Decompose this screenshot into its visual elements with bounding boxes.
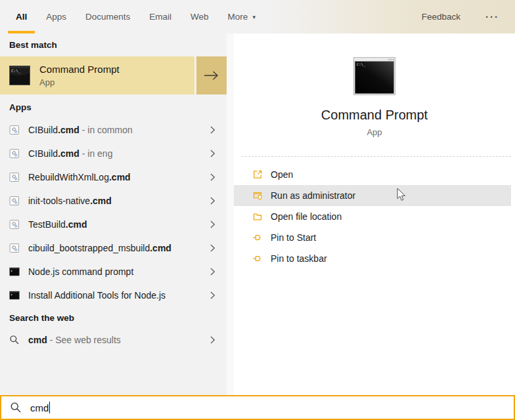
tab-all[interactable]: All xyxy=(8,0,35,33)
text-caret xyxy=(49,402,50,413)
list-item[interactable]: Node.js command prompt xyxy=(0,260,227,284)
admin-shield-icon xyxy=(252,190,263,201)
start-search-flyout: All Apps Documents Email Web More ▾ Feed… xyxy=(0,0,515,420)
folder-icon xyxy=(252,211,263,222)
divider xyxy=(242,156,511,157)
result-label: Install Additional Tools for Node.js xyxy=(28,290,166,301)
list-item[interactable]: init-tools-native.cmd xyxy=(0,189,227,213)
list-item[interactable]: TestBuild.cmd xyxy=(0,213,227,236)
chevron-right-icon[interactable] xyxy=(210,126,215,134)
chevron-right-icon[interactable] xyxy=(210,220,215,228)
best-match-subtitle: App xyxy=(39,77,120,87)
list-item[interactable]: CIBuild.cmd - in eng xyxy=(0,142,227,165)
chevron-right-icon[interactable] xyxy=(210,268,215,276)
preview-subtitle: App xyxy=(234,127,515,137)
cmd-file-icon xyxy=(9,243,20,253)
best-match-result[interactable]: C:\_ Command Prompt App xyxy=(0,56,194,94)
pin-icon xyxy=(252,253,263,264)
list-item[interactable]: cibuild_bootstrapped_msbuild.cmd xyxy=(0,236,227,260)
arrow-right-icon xyxy=(203,70,220,81)
command-prompt-icon-large: C:\_ xyxy=(353,57,395,95)
terminal-icon xyxy=(9,290,20,301)
preview-title: Command Prompt xyxy=(234,108,515,123)
chevron-right-icon[interactable] xyxy=(210,150,215,158)
web-search-result[interactable]: cmd - See web results xyxy=(0,328,227,352)
search-input[interactable]: cmd xyxy=(0,395,515,420)
filter-tabs: All Apps Documents Email Web More ▾ xyxy=(8,0,263,33)
result-label: Node.js command prompt xyxy=(28,266,133,277)
feedback-button[interactable]: Feedback xyxy=(422,12,460,22)
chevron-right-icon[interactable] xyxy=(210,336,215,344)
context-actions: Open Run as administrator Open file loca… xyxy=(234,164,515,269)
result-label: TestBuild.cmd xyxy=(28,219,87,230)
action-open[interactable]: Open xyxy=(234,164,515,185)
action-pin-to-start[interactable]: Pin to Start xyxy=(234,227,515,248)
scrollbar-gutter xyxy=(227,33,234,395)
command-prompt-icon: C:\_ xyxy=(9,66,30,85)
action-open-file-location[interactable]: Open file location xyxy=(234,206,515,227)
tab-web[interactable]: Web xyxy=(183,0,217,33)
open-icon xyxy=(252,169,263,180)
chevron-right-icon[interactable] xyxy=(210,291,215,299)
pin-icon xyxy=(252,232,263,243)
mouse-cursor xyxy=(397,188,407,202)
action-pin-to-taskbar[interactable]: Pin to taskbar xyxy=(234,248,515,269)
tab-documents[interactable]: Documents xyxy=(78,0,138,33)
result-label: cibuild_bootstrapped_msbuild.cmd xyxy=(28,243,171,253)
tab-apps[interactable]: Apps xyxy=(38,0,74,33)
result-label: CIBuild.cmd - in common xyxy=(28,125,133,135)
chevron-down-icon: ▾ xyxy=(252,14,256,20)
result-label: RebuildWithXmlLog.cmd xyxy=(28,172,131,182)
header-right: Feedback ··· xyxy=(422,11,499,22)
search-query-text: cmd xyxy=(30,402,49,413)
tab-more[interactable]: More ▾ xyxy=(220,0,263,33)
more-options-icon[interactable]: ··· xyxy=(485,11,499,22)
list-item[interactable]: CIBuild.cmd - in common xyxy=(0,118,227,142)
action-run-as-administrator[interactable]: Run as administrator xyxy=(234,185,511,206)
list-item[interactable]: Install Additional Tools for Node.js xyxy=(0,284,227,307)
search-icon xyxy=(9,335,20,345)
action-label: Open xyxy=(271,169,293,180)
action-label: Open file location xyxy=(271,211,342,222)
chevron-right-icon[interactable] xyxy=(210,244,215,252)
result-label: cmd - See web results xyxy=(28,335,121,345)
preview-panel: C:\_ Command Prompt App Open xyxy=(234,33,515,395)
chevron-right-icon[interactable] xyxy=(210,173,215,181)
web-result-list: cmd - See web results xyxy=(0,328,227,352)
list-item[interactable]: RebuildWithXmlLog.cmd xyxy=(0,165,227,189)
result-label: CIBuild.cmd - in eng xyxy=(28,148,112,159)
cmd-file-icon xyxy=(9,172,20,182)
section-header-best-match: Best match xyxy=(9,40,57,50)
tab-email[interactable]: Email xyxy=(141,0,179,33)
chevron-right-icon[interactable] xyxy=(210,197,215,205)
search-filter-bar: All Apps Documents Email Web More ▾ Feed… xyxy=(0,0,515,33)
action-label: Pin to Start xyxy=(271,232,316,243)
best-match-expand-button[interactable] xyxy=(196,56,227,94)
section-header-web: Search the web xyxy=(9,313,74,323)
cmd-file-icon xyxy=(9,219,20,230)
cmd-file-icon xyxy=(9,148,20,159)
terminal-icon xyxy=(9,266,20,277)
section-header-apps: Apps xyxy=(9,102,32,112)
best-match-title: Command Prompt xyxy=(39,64,120,75)
svg-text:C:\_: C:\_ xyxy=(357,62,366,67)
search-icon xyxy=(10,402,22,413)
cmd-file-icon xyxy=(9,196,20,206)
action-label: Pin to taskbar xyxy=(271,253,327,264)
svg-text:C:\_: C:\_ xyxy=(11,68,21,74)
result-label: init-tools-native.cmd xyxy=(28,196,112,206)
action-label: Run as administrator xyxy=(271,190,355,201)
cmd-file-icon xyxy=(9,125,20,135)
best-match-text: Command Prompt App xyxy=(39,64,120,87)
apps-result-list: CIBuild.cmd - in common CIBuild.cmd - in… xyxy=(0,118,227,307)
results-panel: Best match C:\_ Command Prompt App Apps … xyxy=(0,33,227,395)
